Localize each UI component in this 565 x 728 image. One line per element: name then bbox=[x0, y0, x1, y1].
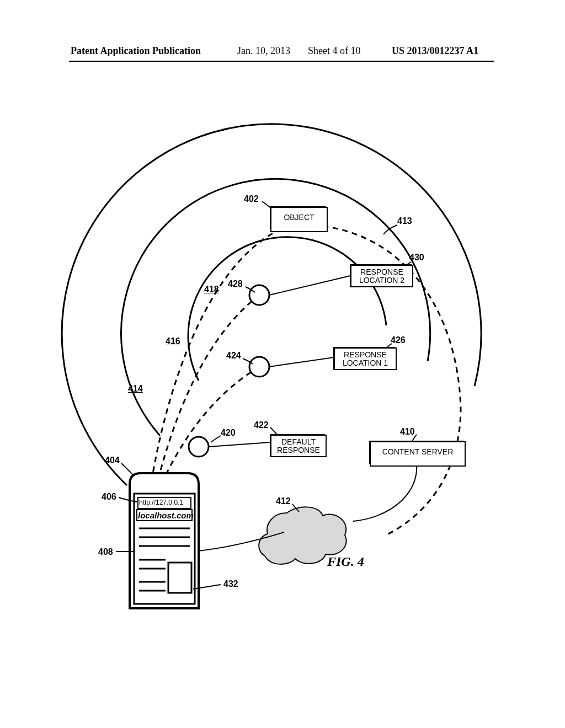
node-424 bbox=[249, 357, 269, 377]
default-label: DEFAULT RESPONSE bbox=[270, 435, 327, 457]
response2-label: RESPONSE LOCATION 2 bbox=[350, 265, 413, 287]
ref-406: 406 bbox=[102, 492, 116, 502]
ref-422: 422 bbox=[254, 420, 269, 430]
lead-404 bbox=[121, 463, 134, 475]
ref-418: 418 bbox=[204, 285, 219, 295]
diagram-svg bbox=[0, 0, 565, 728]
lead-420 bbox=[211, 436, 221, 442]
ref-432: 432 bbox=[223, 579, 238, 589]
ref-430: 430 bbox=[409, 253, 424, 263]
page-root: Patent Application Publication Jan. 10, … bbox=[0, 0, 565, 728]
line-420-422 bbox=[209, 442, 270, 447]
ref-413: 413 bbox=[397, 216, 412, 226]
figure-label: FIG. 4 bbox=[327, 554, 364, 569]
ref-410: 410 bbox=[400, 427, 415, 437]
device-domain: localhost.com bbox=[138, 511, 194, 520]
line-424-426 bbox=[269, 357, 334, 367]
dashed-inner-2 bbox=[163, 367, 259, 481]
device-404 bbox=[130, 473, 199, 608]
ref-416: 416 bbox=[166, 336, 180, 346]
ref-420: 420 bbox=[221, 428, 236, 438]
lead-422 bbox=[270, 427, 277, 435]
node-428 bbox=[249, 285, 269, 305]
ref-402: 402 bbox=[244, 194, 259, 204]
node-420 bbox=[189, 437, 209, 457]
ref-404: 404 bbox=[105, 456, 120, 465]
device-url: http://127.0.0.1 bbox=[139, 499, 183, 506]
ref-428: 428 bbox=[228, 279, 243, 289]
response1-label: RESPONSE LOCATION 1 bbox=[334, 347, 397, 370]
ref-424: 424 bbox=[226, 351, 241, 361]
content-server-label: CONTENT SERVER bbox=[370, 441, 466, 467]
ref-414: 414 bbox=[128, 384, 143, 394]
ref-426: 426 bbox=[391, 335, 406, 345]
line-server-cloud bbox=[353, 463, 417, 521]
object-label: OBJECT bbox=[270, 207, 328, 232]
ref-408: 408 bbox=[98, 547, 113, 557]
dashed-inner-1 bbox=[157, 295, 259, 483]
ref-412: 412 bbox=[276, 496, 291, 506]
svg-rect-10 bbox=[168, 563, 191, 593]
line-428-430 bbox=[269, 276, 350, 295]
